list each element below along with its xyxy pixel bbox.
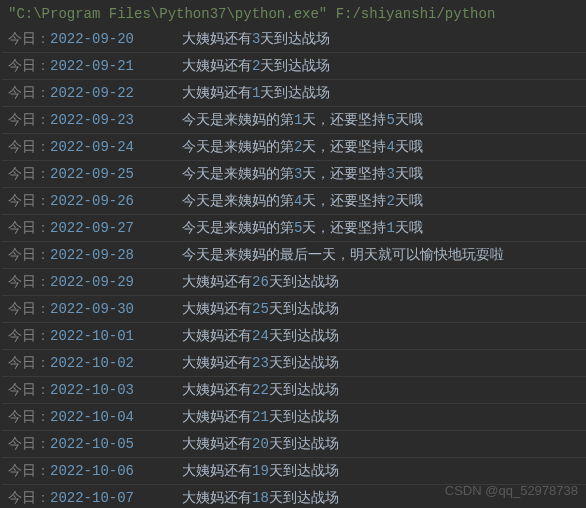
row-number: 21 [252, 409, 269, 425]
output-row: 今日：2022-09-25今天是来姨妈的第3天，还要坚持3天哦 [2, 161, 586, 188]
row-text: 天到达战场 [269, 463, 339, 479]
row-date: 2022-09-22 [50, 85, 134, 101]
row-text: 天到达战场 [269, 274, 339, 290]
output-row: 今日：2022-09-28今天是来姨妈的最后一天，明天就可以愉快地玩耍啦 [2, 242, 586, 269]
row-text: 天到达战场 [260, 31, 330, 47]
row-text: 天哦 [395, 112, 423, 128]
row-number: 18 [252, 490, 269, 506]
row-prefix: 今日： [8, 382, 50, 398]
output-row: 今日：2022-09-29大姨妈还有26天到达战场 [2, 269, 586, 296]
row-text: 天到达战场 [269, 328, 339, 344]
row-text: 大姨妈还有 [182, 436, 252, 452]
row-date: 2022-09-30 [50, 301, 134, 317]
row-number: 23 [252, 355, 269, 371]
row-text: 天到达战场 [269, 436, 339, 452]
row-number: 24 [252, 328, 269, 344]
row-date: 2022-09-23 [50, 112, 134, 128]
row-date: 2022-09-27 [50, 220, 134, 236]
output-rows: 今日：2022-09-20大姨妈还有3天到达战场今日：2022-09-21大姨妈… [2, 26, 586, 508]
row-text: 天哦 [395, 139, 423, 155]
row-text: 今天是来姨妈的第 [182, 139, 294, 155]
row-prefix: 今日： [8, 409, 50, 425]
row-text: 今天是来姨妈的最后一天，明天就可以愉快地玩耍啦 [182, 247, 504, 263]
row-text: 天，还要坚持 [302, 193, 386, 209]
output-row: 今日：2022-09-21大姨妈还有2天到达战场 [2, 53, 586, 80]
row-prefix: 今日： [8, 85, 50, 101]
row-text: 天哦 [395, 220, 423, 236]
output-row: 今日：2022-10-03大姨妈还有22天到达战场 [2, 377, 586, 404]
output-row: 今日：2022-09-27今天是来姨妈的第5天，还要坚持1天哦 [2, 215, 586, 242]
row-date: 2022-09-20 [50, 31, 134, 47]
row-date: 2022-10-06 [50, 463, 134, 479]
row-text: 天哦 [395, 193, 423, 209]
row-prefix: 今日： [8, 301, 50, 317]
row-prefix: 今日： [8, 436, 50, 452]
row-prefix: 今日： [8, 139, 50, 155]
row-text: 天，还要坚持 [302, 139, 386, 155]
row-text: 今天是来姨妈的第 [182, 112, 294, 128]
output-row: 今日：2022-09-24今天是来姨妈的第2天，还要坚持4天哦 [2, 134, 586, 161]
row-prefix: 今日： [8, 274, 50, 290]
row-date: 2022-09-26 [50, 193, 134, 209]
row-text: 天到达战场 [269, 382, 339, 398]
output-row: 今日：2022-10-01大姨妈还有24天到达战场 [2, 323, 586, 350]
row-text: 大姨妈还有 [182, 355, 252, 371]
row-text: 天到达战场 [269, 409, 339, 425]
command-line: "C:\Program Files\Python37\python.exe" F… [2, 2, 586, 26]
row-prefix: 今日： [8, 166, 50, 182]
output-row: 今日：2022-10-06大姨妈还有19天到达战场 [2, 458, 586, 485]
row-number: 22 [252, 382, 269, 398]
row-date: 2022-09-24 [50, 139, 134, 155]
row-text: 大姨妈还有 [182, 490, 252, 506]
output-row: 今日：2022-09-23今天是来姨妈的第1天，还要坚持5天哦 [2, 107, 586, 134]
row-text: 大姨妈还有 [182, 274, 252, 290]
output-row: 今日：2022-10-04大姨妈还有21天到达战场 [2, 404, 586, 431]
row-number: 4 [386, 139, 394, 155]
output-row: 今日：2022-10-05大姨妈还有20天到达战场 [2, 431, 586, 458]
row-text: 天到达战场 [269, 490, 339, 506]
row-number: 3 [386, 166, 394, 182]
row-text: 大姨妈还有 [182, 85, 252, 101]
row-date: 2022-10-05 [50, 436, 134, 452]
row-prefix: 今日： [8, 112, 50, 128]
row-prefix: 今日： [8, 355, 50, 371]
output-row: 今日：2022-09-20大姨妈还有3天到达战场 [2, 26, 586, 53]
row-text: 天到达战场 [269, 355, 339, 371]
row-date: 2022-09-21 [50, 58, 134, 74]
row-number: 25 [252, 301, 269, 317]
row-prefix: 今日： [8, 328, 50, 344]
row-text: 大姨妈还有 [182, 301, 252, 317]
row-date: 2022-10-04 [50, 409, 134, 425]
row-number: 1 [386, 220, 394, 236]
row-text: 天，还要坚持 [302, 220, 386, 236]
row-text: 天，还要坚持 [302, 112, 386, 128]
row-text: 今天是来姨妈的第 [182, 193, 294, 209]
row-date: 2022-10-07 [50, 490, 134, 506]
row-prefix: 今日： [8, 490, 50, 506]
row-number: 26 [252, 274, 269, 290]
row-text: 天到达战场 [269, 301, 339, 317]
row-prefix: 今日： [8, 220, 50, 236]
watermark: CSDN @qq_52978738 [445, 483, 578, 498]
row-prefix: 今日： [8, 247, 50, 263]
row-number: 20 [252, 436, 269, 452]
output-row: 今日：2022-09-22大姨妈还有1天到达战场 [2, 80, 586, 107]
row-prefix: 今日： [8, 193, 50, 209]
row-text: 天，还要坚持 [302, 166, 386, 182]
row-number: 5 [386, 112, 394, 128]
row-text: 大姨妈还有 [182, 31, 252, 47]
row-date: 2022-10-01 [50, 328, 134, 344]
row-text: 大姨妈还有 [182, 463, 252, 479]
row-prefix: 今日： [8, 463, 50, 479]
row-text: 天哦 [395, 166, 423, 182]
row-text: 大姨妈还有 [182, 58, 252, 74]
console-output: "C:\Program Files\Python37\python.exe" F… [0, 0, 586, 508]
row-date: 2022-09-28 [50, 247, 134, 263]
row-text: 大姨妈还有 [182, 382, 252, 398]
row-prefix: 今日： [8, 31, 50, 47]
row-text: 大姨妈还有 [182, 328, 252, 344]
row-text: 今天是来姨妈的第 [182, 220, 294, 236]
row-date: 2022-09-29 [50, 274, 134, 290]
row-text: 大姨妈还有 [182, 409, 252, 425]
row-text: 天到达战场 [260, 85, 330, 101]
